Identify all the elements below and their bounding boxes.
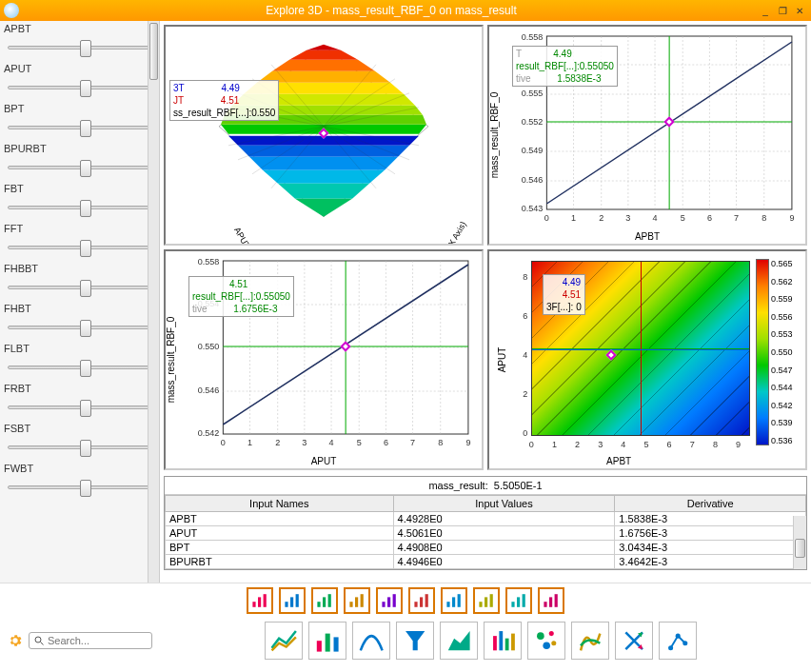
slider-track[interactable] bbox=[8, 196, 151, 219]
svg-text:0.549: 0.549 bbox=[522, 146, 544, 155]
table-cell: 4.4946E0 bbox=[393, 555, 615, 569]
surface-chart-icon[interactable] bbox=[265, 622, 303, 660]
svg-text:4: 4 bbox=[653, 213, 658, 223]
slider-track[interactable] bbox=[8, 116, 151, 139]
contour-chart[interactable]: 012 345 6789 024 68 APBT APUT 4.49 4.51 … bbox=[487, 249, 807, 470]
slider-track[interactable] bbox=[8, 76, 151, 99]
svg-rect-139 bbox=[505, 638, 509, 650]
gear-icon[interactable] bbox=[8, 633, 23, 648]
close-button[interactable]: ✕ bbox=[792, 4, 807, 17]
cluster-icon[interactable] bbox=[527, 622, 565, 660]
table-cell: APUT bbox=[166, 526, 394, 541]
svg-text:6: 6 bbox=[667, 440, 672, 449]
contour-icon[interactable] bbox=[571, 622, 609, 660]
svg-text:5: 5 bbox=[357, 438, 362, 447]
table-header: Input Values bbox=[393, 496, 615, 512]
slider-thumb[interactable] bbox=[80, 160, 91, 177]
slider-fbt: FBT bbox=[2, 183, 157, 219]
slider-thumb[interactable] bbox=[80, 280, 91, 297]
table-row[interactable]: BPT4.4908E03.0434E-3 bbox=[166, 541, 806, 555]
slider-label: FHBBT bbox=[2, 263, 157, 274]
slider-aput: APUT bbox=[2, 63, 157, 99]
columns-icon[interactable] bbox=[279, 587, 306, 614]
shuffle-icon[interactable] bbox=[615, 622, 653, 660]
svg-text:5: 5 bbox=[681, 213, 685, 223]
table-row[interactable]: BPURBT4.4946E03.4642E-3 bbox=[166, 555, 806, 569]
bar-chart-icon[interactable] bbox=[308, 622, 346, 660]
path-icon[interactable] bbox=[659, 622, 697, 660]
y-axis-label: mass_result_RBF_0 bbox=[166, 317, 176, 404]
line-chart-apbt[interactable]: 012 345 6789 0.5430.5460.549 0.5520.5550… bbox=[487, 25, 807, 246]
scrollbar-thumb[interactable] bbox=[795, 539, 805, 558]
slider-thumb[interactable] bbox=[80, 360, 91, 377]
slider-thumb[interactable] bbox=[80, 40, 91, 57]
app-icon bbox=[4, 3, 19, 18]
column-chart-icon[interactable] bbox=[484, 622, 522, 660]
svg-text:0: 0 bbox=[529, 440, 534, 449]
slider-thumb[interactable] bbox=[80, 320, 91, 337]
bubble-icon[interactable] bbox=[505, 587, 532, 614]
align-left-icon[interactable] bbox=[311, 587, 338, 614]
table-row[interactable]: APUT4.5061E01.6756E-3 bbox=[166, 526, 806, 541]
svg-text:9: 9 bbox=[789, 213, 794, 223]
scrollbar-thumb[interactable] bbox=[149, 23, 158, 80]
slider-thumb[interactable] bbox=[80, 80, 91, 97]
svg-point-141 bbox=[537, 632, 544, 640]
svg-text:6: 6 bbox=[707, 213, 712, 223]
svg-text:1: 1 bbox=[552, 440, 557, 449]
svg-rect-115 bbox=[387, 598, 390, 607]
slider-label: FLBT bbox=[2, 343, 157, 354]
slider-track[interactable] bbox=[8, 36, 151, 59]
align-right-icon[interactable] bbox=[344, 587, 370, 614]
y-axis-label: APUT bbox=[497, 347, 507, 373]
svg-text:2: 2 bbox=[599, 213, 603, 223]
slider-thumb[interactable] bbox=[80, 200, 91, 217]
svg-rect-112 bbox=[355, 598, 358, 607]
colorbar-tick: 0.565 bbox=[771, 259, 793, 268]
svg-rect-118 bbox=[420, 598, 423, 607]
slider-thumb[interactable] bbox=[80, 120, 91, 137]
svg-text:0: 0 bbox=[523, 428, 527, 438]
slider-track[interactable] bbox=[8, 276, 151, 299]
table-cell: 4.4908E0 bbox=[393, 541, 615, 555]
slider-thumb[interactable] bbox=[80, 440, 91, 457]
search-input[interactable] bbox=[48, 635, 148, 646]
svg-rect-135 bbox=[325, 633, 329, 651]
table-cell: APBT bbox=[166, 512, 394, 526]
surface-3d-chart[interactable]: 3T 4.49 JT 4.51 ss_result_RBF[...]:0.550… bbox=[164, 25, 484, 246]
slider-label: APUT bbox=[2, 63, 157, 74]
bars-icon[interactable] bbox=[473, 587, 500, 614]
search-box[interactable] bbox=[29, 632, 152, 649]
bell-curve-icon[interactable] bbox=[352, 622, 390, 660]
slider-track[interactable] bbox=[8, 316, 151, 339]
svg-rect-106 bbox=[290, 598, 293, 607]
area-chart-icon[interactable] bbox=[440, 622, 478, 660]
slider-track[interactable] bbox=[8, 476, 151, 499]
sidebar-scrollbar[interactable] bbox=[148, 21, 159, 583]
slider-thumb[interactable] bbox=[80, 480, 91, 497]
slider-track[interactable] bbox=[8, 436, 151, 459]
line-chart-aput[interactable]: 012 345 6789 0.5420.5460.550 0.5540.558 … bbox=[164, 249, 484, 470]
funnel-icon[interactable] bbox=[396, 622, 434, 660]
table-header: Input Names bbox=[166, 496, 394, 512]
trend-icon[interactable] bbox=[441, 587, 467, 614]
split-icon[interactable] bbox=[408, 587, 435, 614]
table-scrollbar[interactable] bbox=[793, 516, 806, 569]
grid-icon[interactable] bbox=[247, 587, 273, 614]
slider-thumb[interactable] bbox=[80, 400, 91, 417]
svg-rect-123 bbox=[480, 603, 483, 608]
slider-track[interactable] bbox=[8, 396, 151, 419]
minimize-button[interactable]: _ bbox=[758, 4, 773, 17]
table-row[interactable]: APBT4.4928E01.5838E-3 bbox=[166, 512, 806, 526]
slider-track[interactable] bbox=[8, 236, 151, 259]
svg-text:6: 6 bbox=[384, 438, 388, 447]
svg-rect-137 bbox=[493, 636, 497, 650]
slider-track[interactable] bbox=[8, 156, 151, 179]
slider-thumb[interactable] bbox=[80, 240, 91, 257]
svg-rect-114 bbox=[383, 603, 386, 608]
svg-text:7: 7 bbox=[410, 438, 415, 447]
scatter-icon[interactable] bbox=[376, 587, 403, 614]
stats-icon[interactable] bbox=[538, 587, 564, 614]
maximize-button[interactable]: ❐ bbox=[775, 4, 790, 17]
slider-track[interactable] bbox=[8, 356, 151, 379]
